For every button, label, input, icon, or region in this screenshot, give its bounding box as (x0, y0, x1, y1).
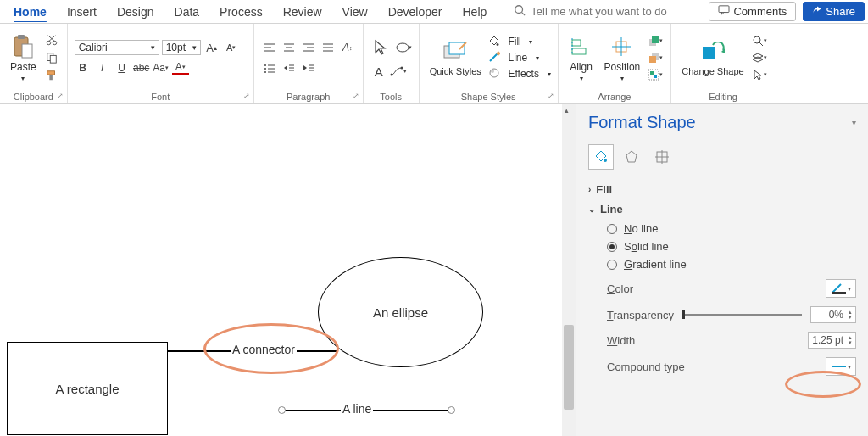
text-tool-button[interactable]: A (370, 64, 387, 79)
shape-rectangle[interactable]: A rectangle (7, 342, 168, 435)
tab-review[interactable]: Review (273, 2, 332, 22)
align-left-button[interactable] (261, 40, 278, 55)
tab-help[interactable]: Help (453, 2, 498, 22)
svg-rect-57 (652, 36, 659, 43)
group-button[interactable]: ▾ (647, 67, 664, 82)
bring-front-button[interactable]: ▾ (647, 33, 664, 48)
paste-button[interactable]: Paste ▾ (7, 32, 40, 84)
tab-developer[interactable]: Developer (378, 2, 453, 22)
font-color-button[interactable]: A▾ (172, 60, 189, 75)
tab-home[interactable]: Home (3, 2, 57, 22)
tab-data[interactable]: Data (164, 2, 210, 22)
shrink-font-button[interactable]: A▾ (223, 40, 240, 55)
format-painter-button[interactable] (43, 68, 60, 83)
italic-button[interactable]: I (94, 60, 111, 75)
line-endpoint-right[interactable] (448, 406, 455, 414)
align-right-button[interactable] (300, 40, 317, 55)
comments-button[interactable]: Comments (709, 2, 796, 21)
bullets-button[interactable] (261, 60, 278, 75)
align-button[interactable]: Align ▾ (565, 32, 598, 84)
line-section-header[interactable]: ⌄ Line (588, 203, 856, 215)
justify-button[interactable] (320, 40, 337, 55)
svg-marker-70 (626, 151, 637, 162)
shape-styles-launcher[interactable]: ⤢ (548, 92, 554, 100)
tab-design[interactable]: Design (107, 2, 164, 22)
clipboard-launcher[interactable]: ⤢ (57, 92, 64, 100)
font-launcher[interactable]: ⤢ (243, 92, 250, 100)
svg-rect-11 (50, 55, 56, 63)
fill-section-header[interactable]: › Fill (588, 183, 856, 196)
tab-process[interactable]: Process (209, 2, 273, 22)
align-center-button[interactable] (281, 40, 298, 55)
transparency-slider[interactable] (682, 314, 802, 316)
comments-label: Comments (733, 5, 787, 18)
pane-title-text: Format Shape (588, 113, 696, 132)
share-button[interactable]: Share (803, 2, 865, 21)
vertical-scrollbar[interactable]: ▴ (562, 104, 576, 436)
tab-insert[interactable]: Insert (57, 2, 107, 22)
effects-button[interactable]: Effects ▾ (488, 67, 551, 81)
solid-line-label: lid line (637, 240, 669, 253)
paste-icon (10, 34, 36, 59)
paragraph-launcher[interactable]: ⤢ (353, 92, 359, 100)
fill-button[interactable]: Fill ▾ (488, 35, 551, 49)
radio-gradient-line[interactable]: Gradient line (607, 258, 856, 271)
strike-button[interactable]: abc (133, 60, 150, 75)
svg-rect-44 (449, 42, 465, 54)
increase-indent-button[interactable] (300, 60, 317, 75)
effects-icon (488, 67, 500, 81)
line-endpoint-left[interactable] (278, 406, 286, 414)
decrease-indent-button[interactable] (281, 60, 298, 75)
drawing-canvas[interactable]: A rectangle An ellipse A connector A lin… (0, 104, 562, 436)
text-direction-button[interactable]: A↕ (339, 40, 356, 55)
svg-rect-12 (47, 71, 54, 75)
quick-styles-button[interactable]: Quick Styles (426, 37, 485, 78)
layers-button[interactable]: ▾ (751, 50, 768, 65)
change-case-button[interactable]: Aa▾ (153, 60, 170, 75)
width-spinner[interactable]: 1.25 pt▴▾ (808, 332, 856, 349)
font-size-select[interactable]: 10pt▾ (162, 40, 201, 55)
share-label: Share (826, 5, 855, 18)
change-shape-button[interactable]: Change Shape (678, 37, 747, 78)
radio-solid-line[interactable]: Solid line (607, 240, 856, 253)
pane-tab-fill-line[interactable] (588, 144, 614, 170)
scrollbar-thumb[interactable] (564, 325, 574, 410)
pane-menu-icon[interactable]: ▾ (852, 118, 856, 127)
shape-oval-button[interactable]: ▾ (395, 40, 412, 55)
svg-point-7 (53, 41, 56, 44)
pane-tab-effects[interactable] (619, 144, 644, 170)
svg-line-74 (832, 284, 841, 293)
bold-button[interactable]: B (75, 60, 92, 75)
svg-rect-50 (572, 40, 581, 46)
position-button[interactable]: Position ▾ (601, 32, 644, 84)
copy-button[interactable] (43, 50, 60, 65)
color-row: Color ▾ (607, 279, 856, 298)
change-shape-label: Change Shape (682, 66, 743, 76)
svg-rect-62 (654, 75, 657, 78)
compound-label: Compound type (607, 361, 685, 373)
line-color-button[interactable]: ▾ (826, 279, 856, 298)
send-back-button[interactable]: ▾ (647, 50, 664, 65)
group-font: Calibri▾ 10pt▾ A▴ A▾ B I U abc Aa▾ A▾ Fo… (68, 24, 254, 103)
tell-me-search[interactable]: Tell me what you want to do (514, 4, 666, 19)
radio-no-line[interactable]: No line (607, 222, 856, 235)
tab-view[interactable]: View (332, 2, 378, 22)
find-button[interactable]: ▾ (751, 33, 768, 48)
scroll-up-icon[interactable]: ▴ (565, 106, 569, 115)
shape-ellipse[interactable]: An ellipse (318, 257, 483, 367)
transparency-spinner[interactable]: 0%▴▾ (810, 306, 856, 323)
pane-tab-size[interactable] (649, 144, 675, 170)
grow-font-button[interactable]: A▴ (203, 40, 220, 55)
connector-tool-button[interactable]: ▾ (390, 64, 407, 79)
svg-rect-75 (832, 292, 846, 294)
cut-button[interactable] (43, 32, 60, 48)
position-label: Position (604, 61, 641, 73)
underline-button[interactable]: U (114, 60, 131, 75)
select-button[interactable]: ▾ (751, 67, 768, 82)
rectangle-text: A rectangle (55, 382, 119, 396)
pointer-tool-button[interactable] (370, 36, 392, 59)
font-name-select[interactable]: Calibri▾ (75, 40, 159, 55)
line-button[interactable]: Line ▾ (488, 51, 551, 65)
svg-marker-68 (753, 57, 763, 62)
paragraph-label: Paragraph⤢ (261, 90, 356, 103)
